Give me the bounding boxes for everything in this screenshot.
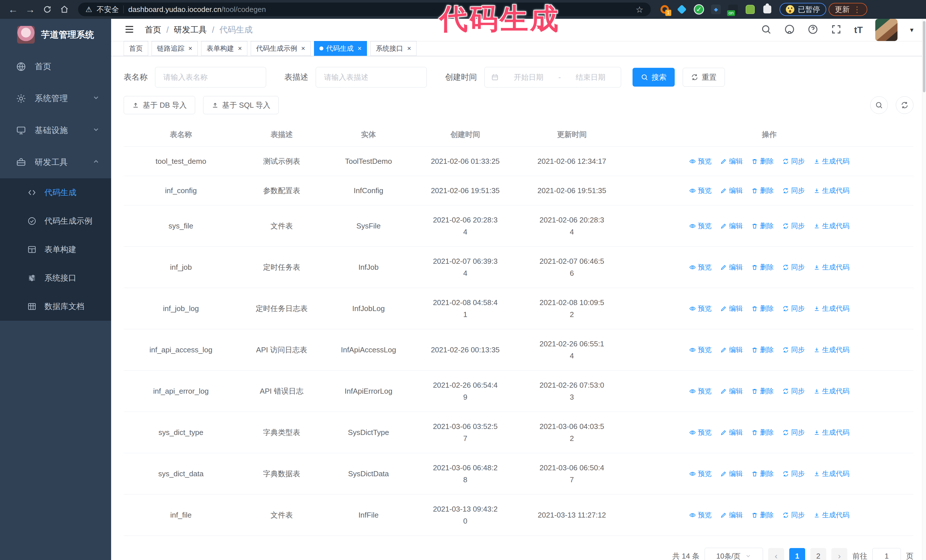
refresh-table-button[interactable] [896,96,914,114]
sidebar-item-system-api[interactable]: 系统接口 [0,264,111,292]
edit-link[interactable]: 编辑 [720,345,743,354]
edit-link[interactable]: 编辑 [720,263,743,272]
extension-gem-icon[interactable] [676,4,687,15]
generate-code-link[interactable]: 生成代码 [814,304,850,313]
table-row[interactable]: inf_file 文件表 InfFile 2021-03-13 09:43:2 … [124,495,914,536]
delete-link[interactable]: 删除 [751,304,774,313]
tab-home[interactable]: 首页 [124,41,148,56]
sidebar-item-devtools[interactable]: 研发工具 [0,146,111,178]
close-icon[interactable]: × [188,44,192,53]
sync-link[interactable]: 同步 [782,263,805,272]
generate-code-link[interactable]: 生成代码 [814,186,850,195]
search-button[interactable]: 搜索 [632,68,675,87]
sync-link[interactable]: 同步 [782,510,805,519]
delete-link[interactable]: 删除 [751,510,774,519]
kebab-menu-icon[interactable]: ⋮ [853,5,861,14]
generate-code-link[interactable]: 生成代码 [814,510,850,519]
preview-link[interactable]: 预览 [689,510,712,519]
search-icon[interactable] [761,24,772,36]
extension-grid-icon[interactable]: ◆ [711,4,722,15]
home-icon[interactable] [57,2,72,17]
extension-check-icon[interactable]: ✓ [693,4,704,15]
sync-link[interactable]: 同步 [782,469,805,478]
github-icon[interactable] [784,24,795,36]
table-row[interactable]: inf_api_access_log API 访问日志表 InfApiAcces… [124,329,914,371]
reset-button[interactable]: 重置 [683,68,725,87]
sidebar-item-home[interactable]: 首页 [0,51,111,83]
table-row[interactable]: inf_api_error_log API 错误日志 InfApiErrorLo… [124,371,914,412]
edit-link[interactable]: 编辑 [720,386,743,395]
breadcrumb-home[interactable]: 首页 [145,24,161,36]
date-range-picker[interactable]: 开始日期 - 结束日期 [484,67,621,88]
edit-link[interactable]: 编辑 [720,186,743,195]
close-icon[interactable]: × [301,44,305,53]
table-row[interactable]: inf_job_log 定时任务日志表 InfJobLog 2021-02-08… [124,288,914,329]
sync-link[interactable]: 同步 [782,221,805,231]
preview-link[interactable]: 预览 [689,157,712,166]
close-icon[interactable]: × [407,44,411,53]
close-icon[interactable]: × [357,44,362,53]
extension-puzzle-icon[interactable] [762,4,773,15]
sidebar-item-system[interactable]: 系统管理 [0,83,111,115]
back-icon[interactable]: ← [6,2,21,17]
preview-link[interactable]: 预览 [689,345,712,354]
prev-page-button[interactable]: ‹ [768,548,784,560]
toggle-search-button[interactable] [870,96,888,114]
tab-trace[interactable]: 链路追踪× [151,41,198,56]
scrollbar[interactable] [922,19,926,560]
generate-code-link[interactable]: 生成代码 [814,469,850,478]
generate-code-link[interactable]: 生成代码 [814,345,850,354]
edit-link[interactable]: 编辑 [720,221,743,231]
edit-link[interactable]: 编辑 [720,304,743,313]
table-name-input[interactable] [155,67,266,88]
extension-on-icon[interactable]: on [728,4,738,15]
edit-link[interactable]: 编辑 [720,469,743,478]
sync-link[interactable]: 同步 [782,345,805,354]
sync-link[interactable]: 同步 [782,157,805,166]
table-row[interactable]: tool_test_demo 测试示例表 ToolTestDemo 2021-0… [124,147,914,176]
generate-code-link[interactable]: 生成代码 [814,263,850,272]
sync-link[interactable]: 同步 [782,386,805,395]
sidebar-item-form-builder[interactable]: 表单构建 [0,235,111,264]
page-2-button[interactable]: 2 [810,548,826,560]
generate-code-link[interactable]: 生成代码 [814,157,850,166]
page-size-select[interactable]: 10条/页 [705,548,763,560]
scrollbar-thumb[interactable] [923,21,925,92]
sidebar-item-db-doc[interactable]: 数据库文档 [0,292,111,321]
delete-link[interactable]: 删除 [751,186,774,195]
preview-link[interactable]: 预览 [689,221,712,231]
page-1-button[interactable]: 1 [789,548,805,560]
preview-link[interactable]: 预览 [689,386,712,395]
delete-link[interactable]: 删除 [751,221,774,231]
sync-link[interactable]: 同步 [782,186,805,195]
generate-code-link[interactable]: 生成代码 [814,221,850,231]
table-row[interactable]: inf_config 参数配置表 InfConfig 2021-02-06 19… [124,176,914,205]
delete-link[interactable]: 删除 [751,157,774,166]
tab-codegen-example[interactable]: 代码生成示例× [251,41,310,56]
goto-page-input[interactable] [872,548,901,560]
next-page-button[interactable]: › [831,548,847,560]
preview-link[interactable]: 预览 [689,186,712,195]
preview-link[interactable]: 预览 [689,428,712,437]
chevron-down-icon[interactable]: ▾ [910,26,914,34]
extension-icon-1[interactable]: 1 [659,4,670,15]
sidebar-toggle-icon[interactable] [124,24,135,36]
update-button[interactable]: 更新 ⋮ [829,3,867,16]
reload-icon[interactable] [40,2,55,17]
help-icon[interactable] [808,24,818,36]
bookmark-star-icon[interactable]: ☆ [635,5,643,15]
fullscreen-icon[interactable] [831,24,842,36]
preview-link[interactable]: 预览 [689,304,712,313]
table-row[interactable]: sys_file 文件表 SysFile 2021-02-06 20:28:3 … [124,205,914,247]
breadcrumb-devtools[interactable]: 研发工具 [174,24,207,36]
generate-code-link[interactable]: 生成代码 [814,386,850,395]
preview-link[interactable]: 预览 [689,469,712,478]
forward-icon[interactable]: → [23,2,38,17]
delete-link[interactable]: 删除 [751,469,774,478]
sidebar-item-codegen[interactable]: 代码生成 [0,178,111,207]
table-row[interactable]: sys_dict_type 字典类型表 SysDictType 2021-03-… [124,412,914,453]
delete-link[interactable]: 删除 [751,345,774,354]
delete-link[interactable]: 删除 [751,386,774,395]
tab-system-api[interactable]: 系统接口× [371,41,416,56]
sql-import-button[interactable]: 基于 SQL 导入 [203,96,279,114]
